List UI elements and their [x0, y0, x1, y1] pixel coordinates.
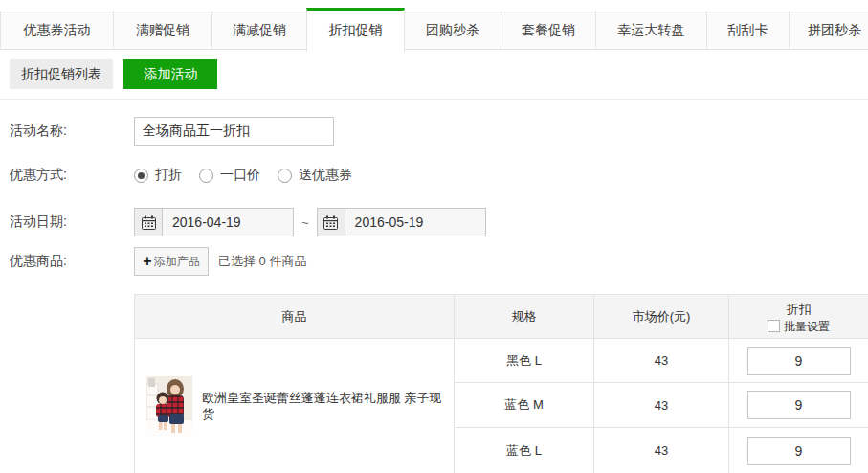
end-date-field[interactable]: 2016-05-19: [317, 208, 486, 236]
discount-cell: [729, 339, 868, 383]
tab-scratch-card[interactable]: 刮刮卡: [707, 11, 790, 49]
discount-cell: [729, 383, 868, 428]
plus-icon: +: [143, 254, 151, 269]
radio-selected-icon[interactable]: [134, 169, 148, 183]
table-row: 欧洲皇室圣诞蕾丝蓬蓬连衣裙礼服服 亲子现货 黑色 L 43: [135, 339, 868, 383]
tab-package-promo[interactable]: 套餐促销: [501, 11, 596, 49]
products-table: 商品 规格 市场价(元) 折扣 批量设置: [134, 294, 868, 473]
product-image: [146, 376, 192, 436]
discount-input[interactable]: [747, 437, 851, 465]
selected-count-text: 已选择 0 件商品: [218, 253, 306, 270]
product-cell: 欧洲皇室圣诞蕾丝蓬蓬连衣裙礼服服 亲子现货: [135, 339, 455, 473]
add-activity-button[interactable]: 添加活动: [123, 59, 217, 89]
radio-option-fixed-price[interactable]: 一口价: [199, 167, 260, 184]
table-header-row: 商品 规格 市场价(元) 折扣 批量设置: [135, 295, 868, 339]
activity-dates-label: 活动日期:: [10, 214, 134, 231]
promo-products-label: 优惠商品:: [10, 253, 134, 270]
activity-name-row: 活动名称:: [0, 117, 868, 146]
activity-dates-row: 活动日期: 2016-04-19 ~ 2016-05-19: [0, 208, 868, 236]
calendar-icon[interactable]: [318, 209, 345, 236]
product-info: 欧洲皇室圣诞蕾丝蓬蓬连衣裙礼服服 亲子现货: [146, 376, 454, 436]
tab-coupon-activity[interactable]: 优惠券活动: [0, 11, 114, 49]
product-title: 欧洲皇室圣诞蕾丝蓬蓬连衣裙礼服服 亲子现货: [202, 390, 454, 422]
batch-set-group: 批量设置: [729, 319, 868, 334]
promo-products-row: 优惠商品: + 添加产品 已选择 0 件商品: [0, 247, 868, 276]
activity-name-label: 活动名称:: [10, 123, 134, 140]
radio-option-label: 一口价: [220, 167, 260, 184]
tab-reduction-promo[interactable]: 满减促销: [212, 11, 307, 49]
batch-set-label: 批量设置: [784, 319, 830, 334]
discount-cell: [729, 428, 868, 473]
radio-unselected-icon[interactable]: [278, 169, 292, 183]
price-cell: 43: [594, 428, 729, 473]
radio-option-label: 送优惠券: [299, 167, 352, 184]
add-product-button[interactable]: + 添加产品: [134, 247, 209, 276]
header-discount-title: 折扣: [729, 300, 868, 317]
radio-unselected-icon[interactable]: [199, 169, 213, 183]
header-price: 市场价(元): [594, 295, 729, 339]
discount-method-label: 优惠方式:: [10, 167, 134, 184]
spec-cell: 黑色 L: [455, 339, 594, 383]
price-cell: 43: [594, 339, 729, 383]
activity-form: 活动名称: 优惠方式: 打折 一口价 送优惠券 活动日期:: [0, 117, 868, 276]
activity-name-input[interactable]: [134, 117, 334, 146]
tab-gift-promo[interactable]: 满赠促销: [114, 11, 212, 49]
tab-lucky-wheel[interactable]: 幸运大转盘: [596, 11, 707, 49]
start-date-field[interactable]: 2016-04-19: [134, 208, 294, 236]
tab-group-seckill[interactable]: 团购秒杀: [405, 11, 501, 49]
radio-option-send-coupon[interactable]: 送优惠券: [278, 167, 352, 184]
tab-pintuan-seckill[interactable]: 拼团秒杀: [790, 11, 868, 49]
header-product: 商品: [135, 295, 455, 339]
radio-option-label: 打折: [155, 167, 182, 184]
calendar-icon[interactable]: [135, 209, 163, 236]
discount-method-row: 优惠方式: 打折 一口价 送优惠券: [0, 166, 868, 185]
header-discount: 折扣 批量设置: [729, 295, 868, 339]
header-spec: 规格: [455, 295, 594, 339]
date-range-separator: ~: [301, 215, 309, 230]
promotion-admin-page: 优惠券活动 满赠促销 满减促销 折扣促销 团购秒杀 套餐促销 幸运大转盘 刮刮卡…: [0, 0, 868, 473]
start-date-value[interactable]: 2016-04-19: [163, 209, 293, 236]
batch-set-checkbox[interactable]: [768, 320, 780, 332]
discount-list-button[interactable]: 折扣促销列表: [10, 59, 113, 89]
spec-cell: 蓝色 M: [455, 383, 594, 428]
radio-option-discount[interactable]: 打折: [134, 167, 182, 184]
subnav: 折扣促销列表 添加活动: [0, 50, 868, 100]
discount-input[interactable]: [747, 347, 851, 375]
add-product-label: 添加产品: [154, 254, 200, 270]
spec-cell: 蓝色 L: [455, 428, 594, 473]
tab-discount-promo[interactable]: 折扣促销: [306, 8, 405, 52]
discount-input[interactable]: [747, 391, 851, 419]
price-cell: 43: [594, 383, 729, 428]
promo-tabbar: 优惠券活动 满赠促销 满减促销 折扣促销 团购秒杀 套餐促销 幸运大转盘 刮刮卡…: [0, 8, 868, 50]
end-date-value[interactable]: 2016-05-19: [345, 209, 485, 236]
